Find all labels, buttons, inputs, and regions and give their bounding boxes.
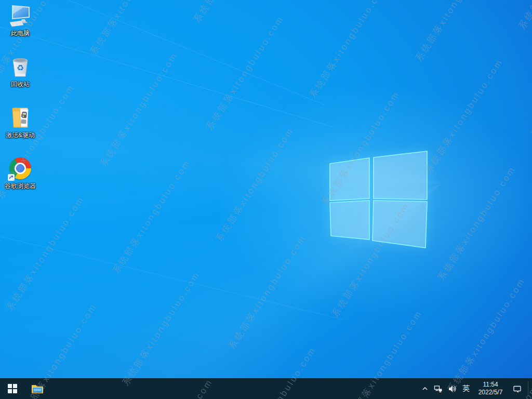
desktop-icon-this-pc[interactable]: 此电脑 [0, 3, 41, 52]
tray-clock[interactable]: 11:54 2022/5/7 [473, 378, 508, 399]
clock-date: 2022/5/7 [478, 389, 503, 396]
drivers-folder-icon [8, 105, 33, 130]
file-explorer-icon [31, 382, 44, 395]
chrome-icon [8, 156, 33, 181]
action-center-icon [513, 384, 522, 393]
tray-network-button[interactable] [431, 378, 445, 399]
system-tray: 英 11:54 2022/5/7 [419, 378, 532, 399]
ethernet-network-icon [434, 384, 443, 393]
tray-ime-indicator[interactable]: 英 [459, 378, 473, 399]
desktop-icon-recycle-bin[interactable]: ♻ 回收站 [0, 54, 41, 103]
file-explorer-taskbar-button[interactable] [25, 378, 50, 399]
recycle-bin-icon: ♻ [8, 54, 33, 79]
action-center-button[interactable] [508, 378, 526, 399]
desktop-icon-label: 此电脑 [11, 30, 30, 37]
desktop-icon-drivers-folder[interactable]: 激活&驱动 [0, 105, 41, 154]
tray-volume-button[interactable] [445, 378, 459, 399]
ime-language-label: 英 [462, 384, 470, 393]
speaker-volume-icon [448, 384, 457, 393]
clock-time: 11:54 [483, 381, 498, 389]
windows-start-icon [8, 384, 17, 393]
chevron-up-icon [421, 385, 429, 392]
shortcut-arrow-icon [8, 174, 15, 181]
taskbar: 英 11:54 2022/5/7 [0, 378, 532, 399]
windows-desktop: 系统部落xitongbuluo.com系统部落xitongbuluo.com系统… [0, 0, 532, 399]
windows-logo [330, 151, 427, 248]
taskbar-empty-area [50, 378, 419, 399]
desktop-icon-chrome[interactable]: 谷歌浏览器 [0, 156, 41, 205]
this-pc-icon [8, 3, 33, 28]
tray-show-hidden-icons-button[interactable] [419, 378, 431, 399]
show-desktop-button[interactable] [528, 378, 532, 399]
desktop-icon-label: 回收站 [11, 81, 30, 88]
start-button[interactable] [0, 378, 25, 399]
svg-text:♻: ♻ [17, 63, 24, 73]
wallpaper [0, 0, 532, 399]
wallpaper-rays-and-logo [0, 0, 532, 399]
desktop-icon-label: 激活&驱动 [6, 131, 35, 139]
desktop-icon-label: 谷歌浏览器 [5, 182, 36, 190]
